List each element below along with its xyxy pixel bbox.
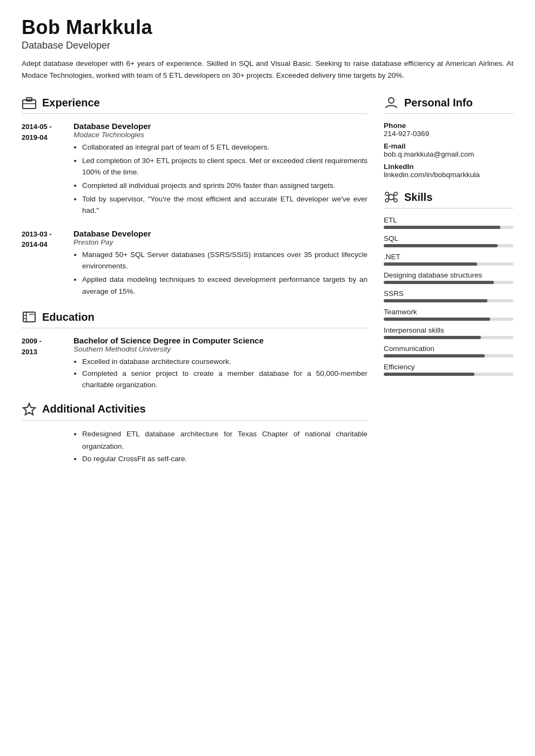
skills-title: Skills xyxy=(404,191,432,204)
skill-bar-bg-7 xyxy=(384,354,513,357)
svg-point-11 xyxy=(385,199,389,202)
svg-point-9 xyxy=(385,192,389,195)
experience-icon xyxy=(22,95,37,110)
job-title: Database Developer xyxy=(22,40,513,51)
edu-content-0: Bachelor of Science Degree in Computer S… xyxy=(73,336,367,391)
skill-item-2: .NET xyxy=(384,253,513,266)
activities-bullets: Redesigned ETL database architecture for… xyxy=(73,428,367,465)
skill-item-7: Communication xyxy=(384,345,513,357)
phone-value: 214-927-0369 xyxy=(384,130,513,138)
skill-bar-bg-4 xyxy=(384,299,513,302)
exp-bullets-0: Collaborated as integral part of team of… xyxy=(73,141,367,217)
skill-item-8: Efficiency xyxy=(384,363,513,376)
main-content: Experience 2014-05 -2019-04Database Deve… xyxy=(22,95,513,476)
edu-bullets-0: Excelled in database architecture course… xyxy=(73,356,367,391)
email-label: E-mail xyxy=(384,142,513,150)
activity-item-1: Do regular CrossFit as self-care. xyxy=(82,453,367,465)
phone-label: Phone xyxy=(384,122,513,130)
activities-title: Additional Activities xyxy=(42,403,146,415)
skill-bar-bg-5 xyxy=(384,318,513,321)
skills-header: Skills xyxy=(384,190,513,208)
activities-list: Redesigned ETL database architecture for… xyxy=(22,428,367,465)
skills-section: Skills ETLSQL.NETDesigning database stru… xyxy=(384,190,513,376)
skill-item-4: SSRS xyxy=(384,289,513,302)
education-icon xyxy=(22,309,37,325)
skill-name-6: Interpersonal skills xyxy=(384,326,513,334)
exp-title-1: Database Developer xyxy=(73,229,367,238)
skill-bar-bg-1 xyxy=(384,244,513,247)
personal-info-title: Personal Info xyxy=(404,97,473,109)
skills-list: ETLSQL.NETDesigning database structuresS… xyxy=(384,216,513,376)
exp-content-1: Database DeveloperPreston PayManaged 50+… xyxy=(73,229,367,299)
skill-bar-fill-8 xyxy=(384,373,474,376)
svg-marker-6 xyxy=(23,403,35,415)
resume-header: Bob Markkula Database Developer Adept da… xyxy=(22,16,513,81)
exp-dates-1: 2013-03 -2014-04 xyxy=(22,229,65,299)
exp-content-0: Database DeveloperModace TechnologiesCol… xyxy=(73,122,367,218)
email-block: E-mail bob.q.markkula@gmail.com xyxy=(384,142,513,158)
activities-content: Redesigned ETL database architecture for… xyxy=(73,428,367,465)
skill-name-7: Communication xyxy=(384,345,513,353)
skill-name-2: .NET xyxy=(384,253,513,261)
activities-header: Additional Activities xyxy=(22,402,367,421)
skill-item-1: SQL xyxy=(384,234,513,247)
skill-bar-fill-2 xyxy=(384,262,477,266)
experience-item-0: 2014-05 -2019-04Database DeveloperModace… xyxy=(22,122,367,218)
edu-bullet-0-1: Completed a senior project to create a m… xyxy=(82,368,367,391)
exp-bullet-0-3: Told by supervisor, "You're the most eff… xyxy=(82,193,367,217)
exp-bullets-1: Managed 50+ SQL Server databases (SSRS/S… xyxy=(73,249,367,297)
skill-bar-bg-0 xyxy=(384,226,513,229)
left-column: Experience 2014-05 -2019-04Database Deve… xyxy=(22,95,367,476)
candidate-name: Bob Markkula xyxy=(22,16,513,39)
skill-bar-fill-5 xyxy=(384,318,490,321)
exp-bullet-0-0: Collaborated as integral part of team of… xyxy=(82,141,367,153)
experience-item-1: 2013-03 -2014-04Database DeveloperPresto… xyxy=(22,229,367,299)
skill-item-5: Teamwork xyxy=(384,308,513,321)
activities-dates-placeholder xyxy=(22,428,65,465)
exp-bullet-1-0: Managed 50+ SQL Server databases (SSRS/S… xyxy=(82,249,367,272)
experience-header: Experience xyxy=(22,95,367,114)
education-section: Education 2009 -2013Bachelor of Science … xyxy=(22,309,367,391)
svg-point-8 xyxy=(389,194,394,200)
skill-name-3: Designing database structures xyxy=(384,271,513,279)
email-value: bob.q.markkula@gmail.com xyxy=(384,150,513,158)
activities-icon xyxy=(22,402,37,417)
exp-bullet-0-1: Led completion of 30+ ETL projects to cl… xyxy=(82,155,367,178)
experience-title: Experience xyxy=(42,97,100,109)
experience-list: 2014-05 -2019-04Database DeveloperModace… xyxy=(22,122,367,299)
skill-name-1: SQL xyxy=(384,234,513,242)
exp-company-1: Preston Pay xyxy=(73,238,367,246)
skill-bar-fill-7 xyxy=(384,354,485,357)
edu-school-0: Southern Methodist University xyxy=(73,345,367,353)
exp-title-0: Database Developer xyxy=(73,122,367,131)
edu-dates-0: 2009 -2013 xyxy=(22,336,65,391)
exp-bullet-0-2: Completed all individual projects and sp… xyxy=(82,180,367,192)
svg-point-10 xyxy=(394,192,397,195)
personal-info-section: Personal Info Phone 214-927-0369 E-mail … xyxy=(384,95,513,179)
linkedin-block: LinkedIn linkedin.com/in/bobqmarkkula xyxy=(384,163,513,179)
edu-degree-0: Bachelor of Science Degree in Computer S… xyxy=(73,336,367,345)
svg-point-12 xyxy=(394,199,397,202)
education-title: Education xyxy=(42,311,95,323)
skill-name-5: Teamwork xyxy=(384,308,513,316)
experience-section: Experience 2014-05 -2019-04Database Deve… xyxy=(22,95,367,299)
skill-item-0: ETL xyxy=(384,216,513,229)
skill-bar-bg-8 xyxy=(384,373,513,376)
svg-point-7 xyxy=(389,98,394,103)
skill-item-6: Interpersonal skills xyxy=(384,326,513,339)
activities-section: Additional Activities Redesigned ETL dat… xyxy=(22,402,367,465)
right-column: Personal Info Phone 214-927-0369 E-mail … xyxy=(384,95,513,476)
skill-bar-fill-4 xyxy=(384,299,487,302)
edu-bullet-0-0: Excelled in database architecture course… xyxy=(82,356,367,368)
education-list: 2009 -2013Bachelor of Science Degree in … xyxy=(22,336,367,391)
skill-bar-fill-6 xyxy=(384,336,481,339)
skill-bar-fill-1 xyxy=(384,244,498,247)
exp-dates-0: 2014-05 -2019-04 xyxy=(22,122,65,218)
skill-name-4: SSRS xyxy=(384,289,513,298)
exp-bullet-1-1: Applied data modeling techniques to exce… xyxy=(82,274,367,297)
skill-bar-bg-3 xyxy=(384,281,513,284)
skill-name-8: Efficiency xyxy=(384,363,513,371)
skill-bar-bg-2 xyxy=(384,262,513,266)
linkedin-value: linkedin.com/in/bobqmarkkula xyxy=(384,171,513,179)
skill-name-0: ETL xyxy=(384,216,513,224)
